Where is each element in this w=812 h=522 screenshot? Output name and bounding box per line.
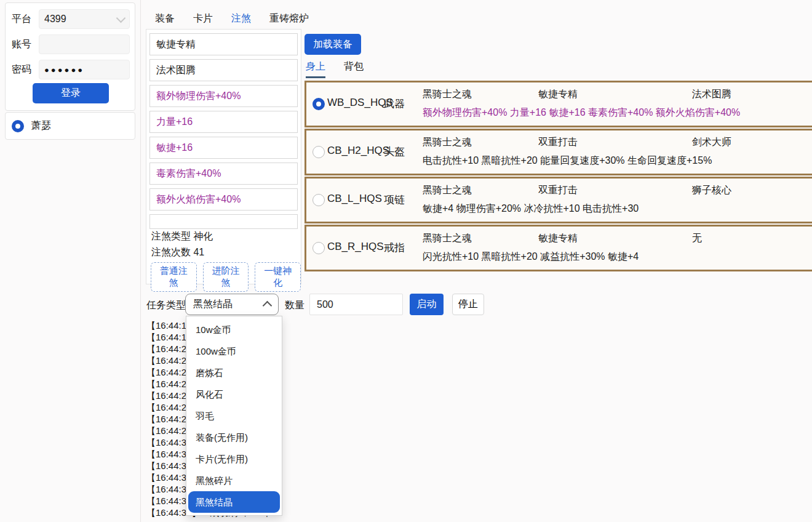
- load-equipment-button[interactable]: 加载装备: [304, 34, 361, 55]
- equipment-row[interactable]: CB_R_HQS戒指黑骑士之魂敏捷专精无闪光抗性+10 黑暗抗性+20 减益抗性…: [304, 225, 812, 271]
- equipment-soul: 黑骑士之魂: [423, 184, 472, 197]
- equipment-stats: 额外物理伤害+40% 力量+16 敏捷+16 毒素伤害+40% 额外火焰伤害+4…: [423, 106, 740, 119]
- radio-button[interactable]: [312, 98, 325, 110]
- enchant-type-row: 注煞类型 神化: [151, 230, 213, 243]
- dropdown-option[interactable]: 10w金币: [188, 319, 280, 340]
- platform-label: 平台: [12, 13, 34, 26]
- equipment-row[interactable]: CB_L_HQS项链黑骑士之魂双重打击狮子核心敏捷+4 物理伤害+20% 冰冷抗…: [304, 177, 812, 223]
- equipment-enchant-1: 敏捷专精: [538, 88, 578, 101]
- equip-tab[interactable]: 背包: [344, 60, 364, 78]
- chevron-up-icon: [263, 300, 273, 310]
- equipment-slot: 项链: [384, 193, 405, 207]
- platform-select[interactable]: 4399: [39, 9, 130, 29]
- equipment-soul: 黑骑士之魂: [423, 136, 472, 149]
- equipment-enchant-1: 敏捷专精: [538, 232, 578, 245]
- enchant-slot-item[interactable]: [149, 214, 298, 229]
- enchant-count-label: 注煞次数: [151, 247, 191, 257]
- login-button[interactable]: 登录: [33, 83, 109, 103]
- enchant-action-button[interactable]: 进阶注煞: [203, 262, 249, 292]
- account-input[interactable]: [39, 34, 130, 54]
- vertical-divider: [140, 0, 141, 522]
- equipment-enchant-1: 双重打击: [538, 136, 578, 149]
- equipment-slot: 武器: [384, 97, 405, 111]
- equipment-code: CB_H2_HQS: [327, 145, 389, 157]
- dropdown-option[interactable]: 卡片(无作用): [188, 448, 280, 470]
- enchant-count-value: 41: [193, 247, 204, 257]
- stop-button[interactable]: 停止: [452, 294, 484, 315]
- equipment-stats: 电击抗性+10 黑暗抗性+20 能量回复速度+30% 生命回复速度+15%: [423, 155, 712, 167]
- equipment-slot: 头盔: [384, 145, 405, 159]
- character-name: 萧瑟: [31, 119, 51, 132]
- character-radio[interactable]: [12, 120, 24, 132]
- enchant-action-button[interactable]: 普通注煞: [151, 262, 197, 292]
- equipment-row[interactable]: WB_DS_HQS武器黑骑士之魂敏捷专精法术图腾额外物理伤害+40% 力量+16…: [304, 81, 812, 127]
- equipment-enchant-2: 法术图腾: [692, 88, 731, 101]
- radio-button[interactable]: [312, 146, 325, 158]
- radio-button[interactable]: [312, 194, 325, 206]
- enchant-action-button[interactable]: 一键神化: [255, 262, 301, 292]
- platform-row: 平台 4399: [12, 9, 130, 29]
- enchant-slot-item[interactable]: 额外物理伤害+40%: [149, 85, 298, 107]
- equipment-code: CB_L_HQS: [327, 193, 382, 205]
- quantity-value: 500: [317, 299, 333, 310]
- task-dropdown-menu: 10w金币100w金币磨炼石风化石羽毛装备(无作用)卡片(无作用)黑煞碎片黑煞结…: [186, 316, 282, 516]
- character-panel[interactable]: 萧瑟: [5, 112, 135, 140]
- equip-tab[interactable]: 身上: [306, 60, 325, 78]
- dropdown-option[interactable]: 100w金币: [188, 340, 280, 362]
- password-input[interactable]: ●●●●●●: [39, 60, 130, 79]
- dropdown-option[interactable]: 磨炼石: [188, 362, 280, 383]
- password-label: 密码: [12, 63, 34, 76]
- chevron-down-icon: [116, 13, 126, 23]
- dropdown-option[interactable]: 黑煞碎片: [188, 470, 280, 491]
- equipment-enchant-2: 狮子核心: [692, 184, 731, 197]
- enchant-slot-item[interactable]: 额外火焰伤害+40%: [149, 188, 298, 211]
- equipment-enchant-2: 无: [692, 232, 702, 245]
- equipment-enchant-1: 双重打击: [538, 184, 578, 197]
- password-value: ●●●●●●: [44, 65, 84, 74]
- enchant-slot-item[interactable]: 力量+16: [149, 111, 298, 133]
- equipment-stats: 闪光抗性+10 黑暗抗性+20 减益抗性+30% 敏捷+4: [423, 251, 639, 263]
- equipment-soul: 黑骑士之魂: [423, 232, 472, 245]
- platform-value: 4399: [44, 14, 66, 25]
- task-type-select[interactable]: 黑煞结晶: [185, 294, 279, 315]
- quantity-label: 数量: [285, 299, 304, 312]
- dropdown-option[interactable]: 装备(无作用): [188, 427, 280, 448]
- enchant-panel: 敏捷专精法术图腾额外物理伤害+40%力量+16敏捷+16毒素伤害+40%额外火焰…: [146, 29, 301, 284]
- equipment-stats: 敏捷+4 物理伤害+20% 冰冷抗性+10 电击抗性+30: [423, 203, 639, 215]
- enchant-type-value: 神化: [193, 231, 213, 241]
- dropdown-option[interactable]: 羽毛: [188, 405, 280, 427]
- equipment-code: WB_DS_HQS: [327, 97, 393, 109]
- dropdown-option[interactable]: 黑煞结晶: [188, 491, 280, 513]
- enchant-slot-item[interactable]: 敏捷+16: [149, 137, 298, 159]
- radio-button[interactable]: [312, 242, 325, 254]
- start-button[interactable]: 启动: [410, 294, 444, 315]
- enchant-count-row: 注煞次数 41: [151, 246, 204, 259]
- equipment-row[interactable]: CB_H2_HQS头盔黑骑士之魂双重打击剑术大师电击抗性+10 黑暗抗性+20 …: [304, 129, 812, 175]
- dropdown-option[interactable]: 风化石: [188, 383, 280, 405]
- enchant-slot-item[interactable]: 法术图腾: [149, 59, 298, 81]
- enchant-slot-item[interactable]: 敏捷专精: [149, 33, 298, 55]
- account-row: 账号: [12, 34, 130, 54]
- enchant-actions: 普通注煞进阶注煞一键神化: [151, 262, 301, 292]
- equipment-list: WB_DS_HQS武器黑骑士之魂敏捷专精法术图腾额外物理伤害+40% 力量+16…: [304, 81, 812, 273]
- enchant-slot-item[interactable]: 毒素伤害+40%: [149, 163, 298, 185]
- task-type-label: 任务类型: [146, 299, 186, 312]
- password-row: 密码 ●●●●●●: [12, 60, 130, 79]
- quantity-input[interactable]: 500: [309, 294, 403, 315]
- enchant-type-label: 注煞类型: [151, 231, 191, 241]
- equip-tabs: 身上背包: [306, 60, 364, 78]
- account-label: 账号: [12, 38, 34, 51]
- equipment-soul: 黑骑士之魂: [423, 88, 472, 101]
- enchant-slot-list: 敏捷专精法术图腾额外物理伤害+40%力量+16敏捷+16毒素伤害+40%额外火焰…: [146, 33, 301, 229]
- equipment-slot: 戒指: [384, 241, 405, 255]
- equipment-enchant-2: 剑术大师: [692, 136, 731, 149]
- task-type-value: 黑煞结晶: [193, 298, 233, 311]
- equipment-code: CB_R_HQS: [327, 241, 384, 253]
- login-panel: 平台 4399 账号 密码 ●●●●●● 登录: [5, 2, 135, 111]
